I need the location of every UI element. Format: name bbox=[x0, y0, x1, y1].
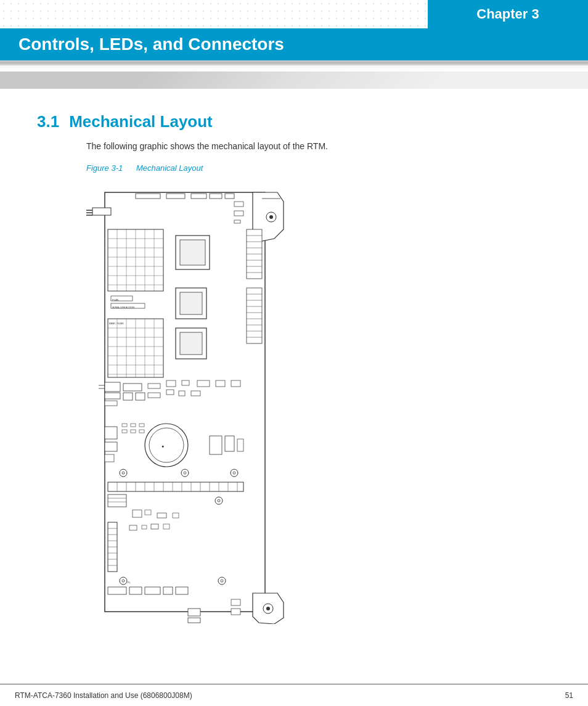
svg-rect-100 bbox=[139, 430, 144, 433]
svg-point-106 bbox=[233, 472, 235, 474]
svg-rect-131 bbox=[157, 513, 166, 518]
svg-rect-13 bbox=[234, 202, 243, 207]
svg-rect-152 bbox=[176, 587, 188, 594]
svg-rect-12 bbox=[225, 194, 234, 199]
svg-rect-77 bbox=[197, 380, 210, 387]
svg-rect-107 bbox=[108, 482, 243, 491]
footer-page-number: 51 bbox=[565, 691, 573, 700]
svg-text:SERIAL LINK ACCESS: SERIAL LINK ACCESS bbox=[112, 306, 135, 309]
svg-rect-85 bbox=[191, 391, 200, 396]
svg-rect-79 bbox=[231, 380, 240, 387]
section-description: The following graphic shows the mechanic… bbox=[86, 141, 563, 151]
title-bar: Controls, LEDs, and Connectors bbox=[0, 28, 588, 60]
svg-rect-89 bbox=[210, 436, 222, 454]
svg-rect-81 bbox=[136, 393, 145, 400]
svg-rect-142 bbox=[142, 525, 147, 529]
svg-rect-97 bbox=[139, 424, 144, 427]
svg-rect-75 bbox=[166, 380, 176, 387]
svg-rect-144 bbox=[163, 524, 169, 529]
svg-rect-84 bbox=[179, 391, 185, 396]
figure-caption-label: Mechanical Layout bbox=[136, 163, 203, 173]
svg-point-104 bbox=[184, 472, 186, 474]
svg-rect-11 bbox=[210, 194, 222, 199]
svg-rect-92 bbox=[105, 427, 117, 439]
svg-rect-148 bbox=[108, 587, 126, 594]
main-content: 3.1 Mechanical Layout The following grap… bbox=[0, 94, 588, 636]
svg-rect-130 bbox=[145, 510, 151, 515]
svg-rect-141 bbox=[129, 525, 137, 530]
svg-rect-158 bbox=[188, 618, 200, 623]
svg-text:EMMC / NVME: EMMC / NVME bbox=[109, 322, 124, 325]
svg-rect-74 bbox=[148, 384, 160, 388]
chapter-label: Chapter 3 bbox=[476, 6, 539, 22]
diagram-container: PLAN SERIAL LINK ACCESS EMMC / NVME bbox=[86, 180, 539, 624]
decorative-lines bbox=[0, 60, 588, 72]
svg-rect-90 bbox=[225, 436, 234, 451]
page-header: Chapter 3 bbox=[0, 0, 588, 28]
svg-rect-15 bbox=[234, 220, 240, 223]
svg-rect-98 bbox=[122, 430, 127, 433]
svg-rect-78 bbox=[216, 380, 225, 387]
chapter-tab: Chapter 3 bbox=[428, 0, 588, 28]
svg-rect-82 bbox=[148, 393, 160, 398]
svg-point-102 bbox=[122, 472, 125, 474]
svg-text:●: ● bbox=[161, 444, 164, 448]
svg-rect-73 bbox=[123, 384, 142, 391]
svg-rect-149 bbox=[129, 587, 142, 594]
footer-document-name: RTM-ATCA-7360 Installation and Use (6806… bbox=[15, 691, 192, 700]
page-footer: RTM-ATCA-7360 Installation and Use (6806… bbox=[0, 684, 588, 706]
svg-rect-93 bbox=[105, 442, 117, 451]
svg-rect-129 bbox=[133, 510, 142, 517]
svg-rect-57 bbox=[247, 288, 262, 343]
svg-rect-4 bbox=[92, 208, 111, 215]
section-number: 3.1 bbox=[37, 112, 59, 131]
svg-rect-91 bbox=[237, 439, 243, 451]
svg-rect-10 bbox=[191, 194, 206, 199]
svg-text:PLAN: PLAN bbox=[112, 298, 119, 302]
figure-caption-prefix: Figure 3-1 bbox=[86, 163, 123, 173]
svg-rect-151 bbox=[163, 587, 173, 594]
svg-rect-43 bbox=[180, 292, 202, 314]
svg-rect-29 bbox=[180, 240, 205, 265]
svg-point-156 bbox=[266, 607, 270, 610]
svg-rect-72 bbox=[105, 401, 117, 406]
section-title: Mechanical Layout bbox=[69, 112, 213, 131]
svg-rect-96 bbox=[131, 424, 136, 427]
svg-point-146 bbox=[122, 580, 125, 582]
gray-strip bbox=[0, 72, 588, 89]
svg-rect-94 bbox=[105, 454, 114, 462]
svg-rect-83 bbox=[166, 390, 174, 395]
svg-rect-143 bbox=[151, 524, 158, 529]
svg-point-154 bbox=[221, 580, 223, 582]
svg-rect-9 bbox=[166, 194, 185, 199]
svg-rect-68 bbox=[105, 382, 120, 392]
svg-rect-80 bbox=[123, 393, 133, 400]
svg-rect-159 bbox=[231, 599, 240, 605]
svg-rect-157 bbox=[188, 609, 200, 616]
svg-rect-95 bbox=[122, 424, 127, 427]
svg-rect-67 bbox=[180, 332, 202, 355]
page-title: Controls, LEDs, and Connectors bbox=[18, 35, 570, 54]
svg-rect-160 bbox=[231, 609, 240, 615]
svg-point-87 bbox=[149, 428, 184, 462]
svg-rect-126 bbox=[108, 495, 126, 507]
svg-rect-150 bbox=[145, 587, 160, 594]
svg-text:FL: FL bbox=[128, 581, 131, 584]
svg-point-3 bbox=[269, 215, 273, 219]
section-heading: 3.1 Mechanical Layout bbox=[37, 112, 563, 131]
svg-rect-8 bbox=[136, 194, 160, 199]
pcb-diagram: PLAN SERIAL LINK ACCESS EMMC / NVME bbox=[86, 180, 290, 624]
svg-rect-14 bbox=[234, 211, 243, 216]
figure-caption: Figure 3-1 Mechanical Layout bbox=[86, 163, 563, 173]
svg-rect-71 bbox=[105, 393, 120, 399]
svg-rect-132 bbox=[173, 513, 179, 518]
svg-rect-76 bbox=[182, 380, 189, 385]
svg-rect-99 bbox=[131, 430, 136, 433]
svg-point-125 bbox=[218, 499, 220, 502]
